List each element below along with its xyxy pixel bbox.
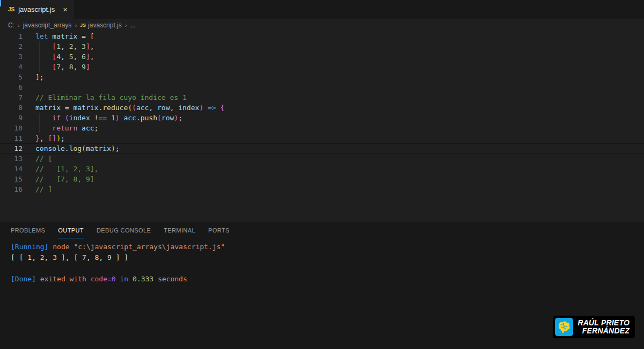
panel-tab-debug-console[interactable]: DEBUG CONSOLE xyxy=(97,227,151,238)
token: , xyxy=(170,104,179,112)
token xyxy=(35,63,52,71)
token: { xyxy=(220,104,224,112)
token: ] xyxy=(52,134,56,142)
token: 9 xyxy=(82,63,86,71)
token: matrix xyxy=(35,104,61,112)
token xyxy=(35,53,52,61)
code-line: 15// [7, 8, 9] xyxy=(0,174,644,184)
code-line: 16// ] xyxy=(0,184,644,194)
token: acc xyxy=(82,124,94,132)
code-line: 8matrix = matrix.reduce((acc, row, index… xyxy=(0,103,644,113)
line-number: 11 xyxy=(0,133,23,143)
output-line: [ [ 1, 2, 3 ], [ 7, 8, 9 ] ] xyxy=(11,252,644,263)
token: reduce xyxy=(103,104,128,112)
token: , xyxy=(61,53,69,61)
breadcrumb: C:›javascript_arrays›JSjavascript.js›... xyxy=(0,19,644,31)
token: // [7, 8, 9] xyxy=(35,175,94,183)
token: // [1, 2, 3], xyxy=(35,165,98,173)
code-editor[interactable]: 1let matrix = [2 [1, 2, 3],3 [4, 5, 6],4… xyxy=(0,31,644,222)
token: index xyxy=(178,104,199,112)
token: , xyxy=(73,63,82,71)
token: ] xyxy=(35,73,40,81)
line-number: 15 xyxy=(0,174,23,184)
code-line: 11}, []); xyxy=(0,133,644,143)
token xyxy=(203,104,208,112)
token: matrix xyxy=(86,144,111,152)
breadcrumb-item[interactable]: ... xyxy=(130,21,135,29)
token: node "c:\javascript_arrays\javascript.js… xyxy=(48,243,225,251)
line-number: 1 xyxy=(0,31,23,41)
token: [Running] xyxy=(11,243,48,251)
code-line: 7// Eliminar la fila cuyo índice es 1 xyxy=(0,92,644,103)
token: . xyxy=(65,144,69,152)
line-number: 3 xyxy=(0,52,23,62)
code-line: 3 [4, 5, 6], xyxy=(0,52,644,62)
line-number: 4 xyxy=(0,62,23,72)
token: ; xyxy=(115,144,120,152)
token: in xyxy=(116,275,133,283)
token: = xyxy=(61,104,73,112)
token: ] xyxy=(86,42,90,50)
token: matrix xyxy=(73,104,98,112)
token: . xyxy=(136,114,141,122)
line-content: // Eliminar la fila cuyo índice es 1 xyxy=(35,92,187,103)
token xyxy=(35,42,52,50)
token: 4 xyxy=(56,53,61,61)
breadcrumb-item[interactable]: javascript_arrays xyxy=(23,21,72,29)
breadcrumb-item[interactable]: C: xyxy=(8,21,14,29)
line-number: 14 xyxy=(0,164,23,174)
token: [ xyxy=(90,32,94,40)
line-content: // [1, 2, 3], xyxy=(35,164,98,174)
line-content: if (index !== 1) acc.push(row); xyxy=(35,113,182,123)
indent-guide xyxy=(39,41,40,72)
token: ] xyxy=(86,63,90,71)
output-line: [Running] node "c:\javascript_arrays\jav… xyxy=(11,242,644,252)
code-line: 9 if (index !== 1) acc.push(row); xyxy=(0,113,644,123)
token: !== xyxy=(90,114,111,122)
close-tab-icon[interactable]: × xyxy=(63,5,68,13)
token: ] xyxy=(86,53,90,61)
token: 0.333 xyxy=(133,275,153,283)
token: ( xyxy=(128,104,132,112)
token: ) xyxy=(115,114,120,122)
token: if xyxy=(52,114,61,122)
panel-tab-terminal[interactable]: TERMINAL xyxy=(164,227,195,238)
token xyxy=(35,114,52,122)
output-console[interactable]: [Running] node "c:\javascript_arrays\jav… xyxy=(0,238,644,285)
token: ) xyxy=(56,134,61,142)
chevron-right-icon: › xyxy=(18,22,20,28)
line-number: 6 xyxy=(0,82,23,92)
token: 1 xyxy=(111,114,115,122)
panel-tab-ports[interactable]: PORTS xyxy=(208,227,230,238)
token: return xyxy=(52,124,77,132)
breadcrumb-item[interactable]: JSjavascript.js xyxy=(80,21,122,29)
token: row xyxy=(157,104,170,112)
code-line: 14// [1, 2, 3], xyxy=(0,164,644,174)
line-number: 7 xyxy=(0,92,23,103)
line-content: return acc; xyxy=(35,123,98,133)
panel-tab-output[interactable]: OUTPUT xyxy=(58,227,84,238)
code-line: 4 [7, 8, 9] xyxy=(0,62,644,72)
token: ) xyxy=(111,144,115,152)
code-line: 12console.log(matrix); xyxy=(0,143,644,154)
line-content: [4, 5, 6], xyxy=(35,52,94,62)
chevron-right-icon: › xyxy=(75,22,77,28)
token: ) xyxy=(199,104,203,112)
line-content: // [7, 8, 9] xyxy=(35,174,94,184)
author-badge: RAÚL PRIETO FERNÁNDEZ xyxy=(553,316,635,338)
token xyxy=(77,124,82,132)
token: [ [ 1, 2, 3 ], [ 7, 8, 9 ] ] xyxy=(11,253,128,261)
token xyxy=(35,124,52,132)
token: , xyxy=(40,134,48,142)
tab-javascript-js[interactable]: JS javascript.js × xyxy=(0,0,74,19)
token xyxy=(61,114,65,122)
panel-tabs: PROBLEMSOUTPUTDEBUG CONSOLETERMINALPORTS xyxy=(0,222,644,238)
token: ; xyxy=(61,134,65,142)
line-number: 13 xyxy=(0,154,23,164)
panel-tab-problems[interactable]: PROBLEMS xyxy=(11,227,45,238)
line-number: 9 xyxy=(0,113,23,123)
indent-guide xyxy=(39,113,40,133)
line-number: 8 xyxy=(0,103,23,113)
line-content: // [ xyxy=(35,154,52,164)
token: ; xyxy=(40,73,44,81)
